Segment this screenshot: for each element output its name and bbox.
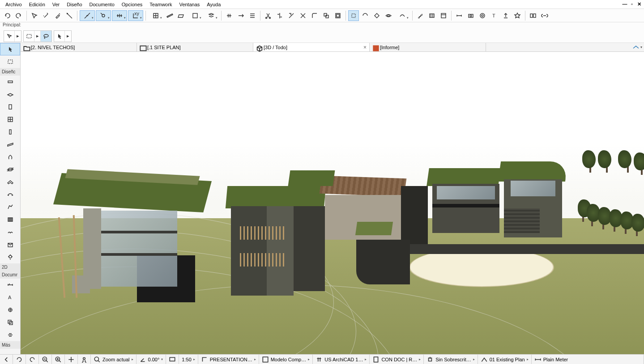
cursor-dropdown[interactable]: ▸ — [65, 31, 71, 42]
marquee-dropdown[interactable]: ▸ — [34, 31, 41, 42]
pan-button[interactable] — [65, 355, 78, 364]
tab-informe[interactable]: [Informe] — [370, 43, 486, 51]
nav-back-button[interactable] — [0, 355, 13, 364]
publish-button[interactable] — [500, 10, 511, 21]
scale-dropdown[interactable]: 1:50▸ — [179, 355, 198, 364]
object-tool[interactable] — [0, 151, 20, 163]
redo-button[interactable] — [13, 10, 24, 21]
shell-tool[interactable] — [0, 188, 20, 201]
mesh-tool[interactable] — [0, 226, 20, 238]
render-button[interactable] — [477, 10, 488, 21]
column-tool[interactable] — [0, 126, 20, 138]
group-button[interactable] — [360, 10, 371, 21]
measure-button[interactable] — [64, 10, 75, 21]
door-tool[interactable] — [0, 101, 20, 113]
text-button[interactable]: T — [489, 10, 499, 21]
zoom-in-button[interactable] — [52, 355, 65, 364]
snap-grid-button[interactable] — [112, 10, 127, 21]
select-tool-button[interactable] — [29, 10, 40, 21]
grid-toggle-button[interactable] — [148, 10, 163, 21]
status-presentation[interactable]: PRESENTATION…▸ — [198, 355, 259, 364]
compare-button[interactable] — [528, 10, 538, 21]
fill-tool[interactable] — [0, 316, 20, 329]
menu-archivo[interactable]: Archivo — [2, 1, 26, 8]
arrow-tool[interactable] — [0, 43, 20, 55]
eyedropper-button[interactable] — [52, 10, 63, 21]
menu-ayuda[interactable]: Ayuda — [203, 1, 224, 8]
show-button[interactable] — [383, 10, 394, 21]
offset-button[interactable] — [333, 10, 343, 21]
menu-ver[interactable]: Ver — [49, 1, 64, 8]
label-tool[interactable] — [0, 304, 20, 316]
status-condoc[interactable]: CON DOC | R…▸ — [370, 355, 424, 364]
status-modelo[interactable]: Modelo Comp…▸ — [259, 355, 313, 364]
marquee-tool[interactable] — [0, 55, 20, 68]
arrow-mode-dropdown[interactable]: ▸ — [15, 31, 21, 42]
zoom-dropdown[interactable]: Zoom actual▸ — [91, 355, 136, 364]
adjust-button[interactable] — [286, 10, 297, 21]
line-tool[interactable] — [0, 329, 20, 341]
status-dimension-style[interactable]: Plain Meter — [532, 355, 644, 364]
status-existing-plan[interactable]: 01 Existing Plan▸ — [478, 355, 532, 364]
cut-button[interactable] — [263, 10, 273, 21]
status-overwrite[interactable]: Sin Sobrescrit…▸ — [424, 355, 478, 364]
undo-button[interactable] — [2, 10, 13, 21]
orbit-button[interactable] — [78, 355, 91, 364]
marquee-button[interactable] — [24, 31, 34, 42]
star-button[interactable] — [512, 10, 523, 21]
snap-guide-button[interactable] — [80, 10, 95, 21]
cursor-button[interactable] — [54, 31, 65, 42]
beam-tool[interactable] — [0, 138, 20, 151]
menu-edicion[interactable]: Edición — [26, 1, 49, 8]
dimension-tool[interactable] — [0, 279, 20, 291]
screen-button[interactable] — [166, 355, 179, 364]
menu-teamwork[interactable]: Teamwork — [146, 1, 175, 8]
dim-button[interactable] — [454, 10, 465, 21]
roof-tool[interactable] — [0, 176, 20, 188]
split-button[interactable] — [274, 10, 285, 21]
slab-tool[interactable] — [0, 88, 20, 101]
section-button[interactable] — [188, 10, 203, 21]
trim-button[interactable] — [224, 10, 235, 21]
minimize-icon[interactable]: — — [622, 1, 628, 7]
view-options-button[interactable]: ▾ — [631, 43, 644, 51]
viewport-3d[interactable] — [21, 52, 644, 354]
lamp-tool[interactable] — [0, 251, 20, 263]
tab-site-plan[interactable]: [.1 SITE PLAN] — [137, 43, 253, 51]
library-button[interactable] — [426, 10, 437, 21]
intersect-button[interactable] — [298, 10, 308, 21]
layer-button[interactable] — [204, 10, 219, 21]
magic-wand-button[interactable] — [41, 10, 51, 21]
align-button[interactable] — [247, 10, 258, 21]
status-archicad[interactable]: US ArchiCAD 1…▸ — [313, 355, 370, 364]
lasso-button[interactable] — [41, 31, 51, 42]
stair-tool[interactable] — [0, 163, 20, 176]
tab-nivel-techos[interactable]: [2. NIVEL TECHOS] — [21, 43, 137, 51]
plane-button[interactable] — [176, 10, 187, 21]
edit-button[interactable] — [371, 10, 382, 21]
snap-xy-button[interactable]: xy — [128, 10, 143, 21]
tab-3d-todo[interactable]: [3D / Todo] × — [253, 43, 370, 51]
maximize-icon[interactable]: ▫ — [629, 1, 635, 7]
window-tool[interactable] — [0, 113, 20, 126]
menu-ventanas[interactable]: Ventanas — [175, 1, 203, 8]
stairs-button[interactable] — [415, 10, 426, 21]
menu-opciones[interactable]: Opciones — [118, 1, 146, 8]
camera-button[interactable] — [465, 10, 476, 21]
history-redo-button[interactable] — [26, 355, 39, 364]
morph-button[interactable] — [395, 10, 410, 21]
morph-tool[interactable] — [0, 201, 20, 213]
snap-point-button[interactable] — [96, 10, 111, 21]
link-button[interactable] — [539, 10, 550, 21]
close-icon[interactable]: ✕ — [636, 1, 642, 7]
arrow-mode-button[interactable] — [4, 31, 15, 42]
wall-tool[interactable] — [0, 76, 20, 88]
menu-documento[interactable]: Documento — [86, 1, 118, 8]
ruler-button[interactable] — [164, 10, 175, 21]
tab-close-icon[interactable]: × — [363, 44, 367, 51]
fillet-button[interactable] — [309, 10, 320, 21]
suspend-button[interactable] — [348, 10, 359, 21]
zoneobj-tool[interactable] — [0, 238, 20, 251]
extend-button[interactable] — [235, 10, 246, 21]
zoom-out-button[interactable] — [39, 355, 52, 364]
